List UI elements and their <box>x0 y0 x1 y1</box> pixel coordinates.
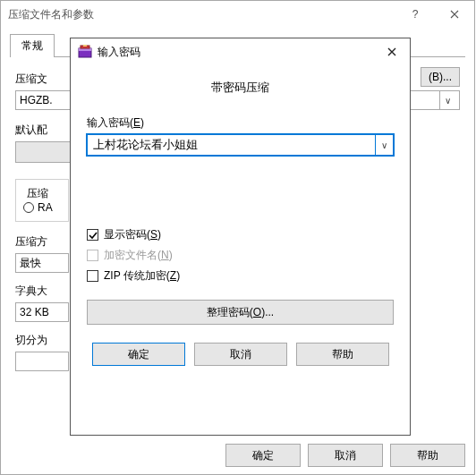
archive-name-value: HGZB. <box>20 94 53 106</box>
main-title: 压缩文件名和参数 <box>8 7 395 22</box>
main-help-button[interactable]: 帮助 <box>390 444 465 467</box>
encrypt-names-checkbox: 加密文件名(N) <box>87 248 394 263</box>
main-ok-button[interactable]: 确定 <box>225 444 301 467</box>
password-input[interactable]: 上村花论坛看小姐姐 ∨ <box>87 134 394 156</box>
chevron-down-icon: ∨ <box>381 140 387 150</box>
main-footer: 确定 取消 帮助 <box>225 444 465 467</box>
svg-rect-3 <box>83 45 87 47</box>
dict-select[interactable]: 32 KB <box>15 302 69 322</box>
dlg-footer: 确定 取消 帮助 <box>71 334 410 378</box>
browse-button[interactable]: (B)... <box>421 67 460 87</box>
password-value: 上村花论坛看小姐姐 <box>88 137 375 153</box>
main-cancel-button[interactable]: 取消 <box>308 444 383 467</box>
dlg-body: 带密码压缩 输入密码(E) 上村花论坛看小姐姐 ∨ 显示密码(S) 加密文件名(… <box>71 65 410 334</box>
checkbox-icon <box>87 250 98 261</box>
dlg-close-button[interactable] <box>374 38 410 65</box>
checkbox-checked-icon <box>87 229 98 241</box>
method-select[interactable]: 最快 <box>15 253 69 273</box>
close-icon <box>387 47 396 56</box>
dlg-heading: 带密码压缩 <box>87 80 394 96</box>
show-password-checkbox[interactable]: 显示密码(S) <box>87 227 394 242</box>
password-dialog: 输入密码 带密码压缩 输入密码(E) 上村花论坛看小姐姐 ∨ 显示密码(S) 加… <box>70 38 411 436</box>
zip-legacy-checkbox[interactable]: ZIP 传统加密(Z) <box>87 268 394 284</box>
dlg-titlebar: 输入密码 <box>71 38 410 65</box>
dlg-cancel-button[interactable]: 取消 <box>194 343 287 366</box>
organize-passwords-button[interactable]: 整理密码(O)... <box>87 300 394 325</box>
format-legend: 压缩 <box>23 186 52 201</box>
dlg-ok-button[interactable]: 确定 <box>92 343 185 366</box>
format-fieldset: 压缩 RA <box>15 179 69 222</box>
split-combo[interactable] <box>15 352 69 371</box>
dlg-help-button[interactable]: 帮助 <box>296 343 389 366</box>
main-titlebar: 压缩文件名和参数 ? <box>1 1 474 28</box>
app-icon <box>78 45 92 59</box>
password-label: 输入密码(E) <box>87 115 394 131</box>
close-icon <box>450 10 459 19</box>
checkbox-icon <box>87 270 98 282</box>
close-titlebutton[interactable] <box>435 1 474 28</box>
radio-rar[interactable]: RA <box>23 201 61 214</box>
help-titlebutton[interactable]: ? <box>395 1 435 28</box>
tab-general[interactable]: 常规 <box>10 34 55 57</box>
dlg-title: 输入密码 <box>98 45 374 60</box>
chevron-down-icon: ∨ <box>445 96 451 106</box>
